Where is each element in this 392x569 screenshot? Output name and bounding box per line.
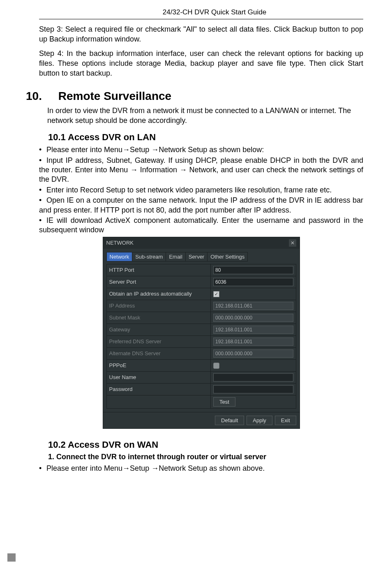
- bullet-dot-icon: •: [39, 196, 46, 205]
- table-row: Subnet Mask 000.000.000.000: [106, 312, 296, 324]
- server-port-input[interactable]: [213, 278, 293, 286]
- dialog-footer: Default Apply Exit: [103, 412, 300, 428]
- dialog-tabs: Network Sub-stream Email Server Other Se…: [106, 252, 296, 261]
- page-header: 24/32-CH DVR Quick Start Guide: [39, 8, 363, 16]
- bullet-dot-icon: •: [39, 145, 46, 155]
- paragraph-step4: Step 4: In the backup information interf…: [39, 49, 363, 79]
- section-10-2-heading: 10.2 Access DVR on WAN: [39, 439, 363, 450]
- alt-dns-label: Alternate DNS Server: [106, 347, 211, 359]
- section-10-1-heading: 10.1 Access DVR on LAN: [39, 132, 363, 143]
- table-row: Test: [106, 395, 296, 408]
- section-10-2-sub1: 1. Connect the DVR to internet through r…: [39, 453, 363, 461]
- section-10-title: Remote Surveillance: [58, 90, 171, 102]
- bullet-10-1-b: •Input IP address, Subnet, Gateway. If u…: [39, 156, 363, 185]
- tab-sub-stream[interactable]: Sub-stream: [132, 252, 166, 261]
- bullet-10-1-c: •Enter into Record Setup to set network …: [39, 185, 363, 195]
- test-row-spacer: [106, 395, 211, 408]
- pppoe-checkbox[interactable]: ✓: [213, 363, 219, 369]
- bullet-dot-icon: •: [39, 216, 46, 225]
- section-10-number: 10.: [26, 90, 42, 102]
- user-name-input[interactable]: [213, 373, 293, 382]
- pref-dns-field: 192.168.011.001: [213, 338, 293, 346]
- alt-dns-field: 000.000.000.000: [213, 349, 293, 358]
- paragraph-step3: Step 3: Select a required file or checkm…: [39, 24, 363, 44]
- pppoe-label: PPPoE: [106, 359, 211, 371]
- bullet-10-1-e: •IE will download ActiveX component auto…: [39, 216, 363, 235]
- test-button[interactable]: Test: [213, 397, 235, 407]
- user-name-label: User Name: [106, 371, 211, 383]
- exit-button[interactable]: Exit: [275, 416, 296, 425]
- table-row: User Name: [106, 371, 296, 383]
- ip-address-label: IP Address: [106, 300, 211, 312]
- network-dialog: NETWORK ✕ Network Sub-stream Email Serve…: [103, 237, 300, 429]
- table-row: IP Address 192.168.011.061: [106, 300, 296, 312]
- table-row: Password: [106, 383, 296, 395]
- table-row: Obtain an IP address automatically ✓: [106, 288, 296, 300]
- http-port-input[interactable]: [213, 266, 293, 274]
- http-port-label: HTTP Port: [106, 264, 211, 276]
- section-10-heading: 10. Remote Surveillance: [39, 90, 363, 103]
- apply-button[interactable]: Apply: [247, 416, 272, 425]
- pref-dns-label: Preferred DNS Server: [106, 335, 211, 347]
- tab-network[interactable]: Network: [106, 252, 133, 261]
- subnet-mask-field: 000.000.000.000: [213, 314, 293, 322]
- header-divider: [39, 19, 363, 19]
- server-port-label: Server Port: [106, 276, 211, 288]
- table-row: Gateway 192.168.011.001: [106, 324, 296, 335]
- subnet-mask-label: Subnet Mask: [106, 312, 211, 324]
- table-row: Preferred DNS Server 192.168.011.001: [106, 335, 296, 347]
- gateway-label: Gateway: [106, 324, 211, 335]
- password-label: Password: [106, 383, 211, 395]
- ip-address-field: 192.168.011.061: [213, 302, 293, 310]
- table-row: Server Port: [106, 276, 296, 288]
- bullet-10-2-a: •Please enter into Menu→Setup →Network S…: [39, 464, 363, 473]
- page-corner-marker: [7, 553, 16, 562]
- obtain-auto-label: Obtain an IP address automatically: [106, 288, 211, 300]
- dialog-titlebar: NETWORK ✕: [103, 237, 300, 249]
- dialog-title: NETWORK: [106, 240, 134, 246]
- obtain-auto-checkbox[interactable]: ✓: [213, 291, 219, 297]
- table-row: Alternate DNS Server 000.000.000.000: [106, 347, 296, 359]
- network-form-table: HTTP Port Server Port Obtain an IP addre…: [106, 264, 296, 409]
- bullet-dot-icon: •: [39, 185, 46, 195]
- tab-server[interactable]: Server: [185, 252, 208, 261]
- default-button[interactable]: Default: [215, 416, 244, 425]
- table-row: PPPoE ✓: [106, 359, 296, 371]
- bullet-dot-icon: •: [39, 464, 46, 473]
- gateway-field: 192.168.011.001: [213, 326, 293, 334]
- password-input[interactable]: [213, 385, 293, 393]
- section-10-intro: In order to view the DVR from a network …: [47, 106, 363, 125]
- tab-email[interactable]: Email: [166, 252, 186, 261]
- bullet-10-1-a: •Please enter into Menu→Setup →Network S…: [39, 145, 363, 155]
- bullet-dot-icon: •: [39, 156, 46, 165]
- bullet-10-1-d: •Open IE on a computer on the same netwo…: [39, 196, 363, 215]
- tab-other-settings[interactable]: Other Settings: [207, 252, 248, 261]
- close-icon[interactable]: ✕: [289, 239, 296, 247]
- table-row: HTTP Port: [106, 264, 296, 276]
